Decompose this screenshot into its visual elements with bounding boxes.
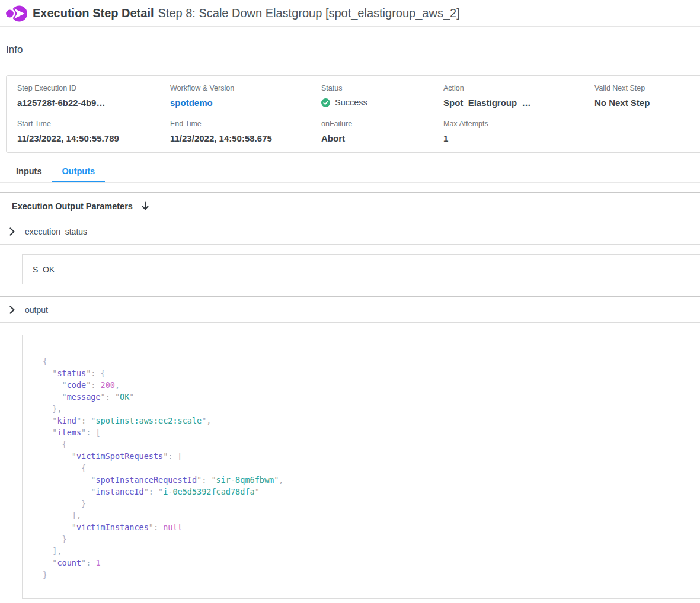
field-label: Action bbox=[443, 84, 594, 92]
action-value: Spot_Elastigroup_… bbox=[443, 98, 594, 108]
workflow-link[interactable]: spotdemo bbox=[170, 98, 321, 108]
execution-status-value: S_OK bbox=[33, 265, 55, 274]
param-row-output[interactable]: output bbox=[0, 297, 700, 323]
app-logo-icon bbox=[4, 2, 28, 24]
field-label: Valid Next Step bbox=[594, 84, 700, 92]
param-row-execution-status[interactable]: execution_status bbox=[0, 219, 700, 245]
field-label: Start Time bbox=[17, 120, 170, 128]
field-start-time: Start Time 11/23/2022, 14:50:55.789 bbox=[17, 120, 170, 152]
status-value: Success bbox=[335, 98, 367, 107]
field-label: Workflow & Version bbox=[170, 84, 321, 92]
tab-inputs[interactable]: Inputs bbox=[6, 161, 52, 182]
param-name: execution_status bbox=[25, 227, 87, 236]
arrow-down-icon[interactable] bbox=[141, 201, 149, 211]
field-end-time: End Time 11/23/2022, 14:50:58.675 bbox=[170, 120, 321, 152]
field-max-attempts: Max Attempts 1 bbox=[443, 120, 594, 152]
field-action: Action Spot_Elastigroup_… bbox=[443, 84, 594, 120]
field-label: Step Execution ID bbox=[17, 84, 170, 92]
valid-next-step-value: No Next Step bbox=[594, 98, 700, 108]
execution-status-value-box: S_OK bbox=[22, 254, 700, 284]
page-header: Execution Step DetailStep 8: Scale Down … bbox=[0, 0, 700, 27]
field-status: Status Success bbox=[321, 84, 443, 120]
onfailure-value: Abort bbox=[321, 133, 443, 143]
execution-output-parameters-header: Execution Output Parameters bbox=[0, 193, 700, 219]
field-step-execution-id: Step Execution ID a125728f-6b22-4b9… bbox=[17, 84, 170, 120]
field-onfailure: onFailure Abort bbox=[321, 120, 443, 152]
start-time-value: 11/23/2022, 14:50:55.789 bbox=[17, 133, 170, 143]
success-check-icon bbox=[321, 98, 330, 107]
info-heading: Info bbox=[0, 27, 700, 63]
tab-outputs[interactable]: Outputs bbox=[52, 161, 106, 182]
field-valid-next-step: Valid Next Step No Next Step bbox=[594, 84, 700, 120]
param-name: output bbox=[25, 305, 48, 315]
field-workflow-version: Workflow & Version spotdemo bbox=[170, 84, 321, 120]
field-label: End Time bbox=[170, 120, 321, 128]
execution-output-parameters-label: Execution Output Parameters bbox=[12, 201, 133, 211]
output-json-box: { "status": { "code": 200, "message": "O… bbox=[22, 335, 700, 599]
field-label: onFailure bbox=[321, 120, 443, 128]
page-title: Execution Step Detail bbox=[33, 7, 154, 20]
tab-bar: Inputs Outputs bbox=[0, 161, 700, 183]
max-attempts-value: 1 bbox=[443, 133, 594, 143]
field-label: Status bbox=[321, 84, 443, 92]
info-card: Step Execution ID a125728f-6b22-4b9… Wor… bbox=[6, 75, 700, 153]
json-code: { "status": { "code": 200, "message": "O… bbox=[43, 355, 700, 580]
step-execution-id-value: a125728f-6b22-4b9… bbox=[17, 98, 170, 108]
end-time-value: 11/23/2022, 14:50:58.675 bbox=[170, 133, 321, 143]
chevron-right-icon bbox=[9, 227, 15, 236]
chevron-right-icon bbox=[9, 306, 15, 314]
field-label: Max Attempts bbox=[443, 120, 594, 128]
page-subtitle: Step 8: Scale Down Elastgroup [spot_elas… bbox=[158, 7, 460, 20]
